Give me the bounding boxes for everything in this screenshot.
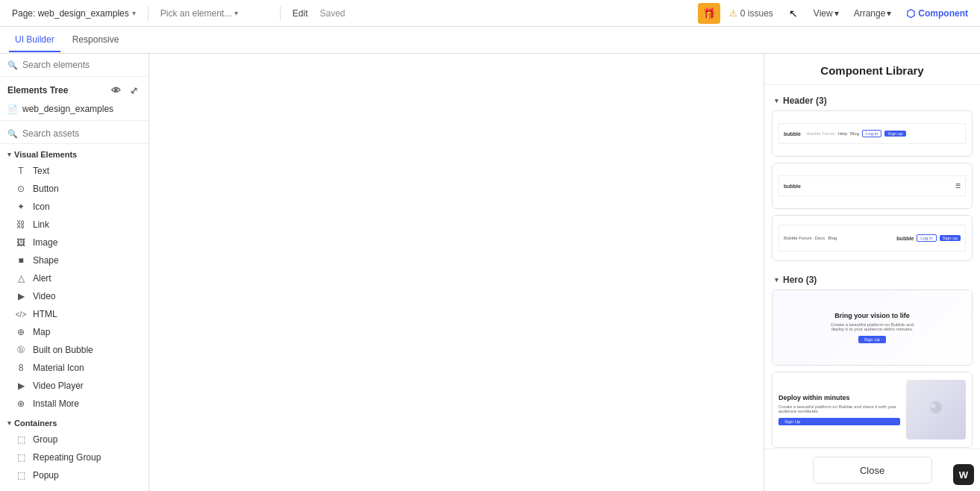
- eye-icon[interactable]: 👁: [108, 83, 123, 98]
- issues-label: 0 issues: [740, 8, 773, 19]
- page-selector[interactable]: Page: web_design_examples ▾: [6, 5, 142, 22]
- file-icon: 📄: [7, 104, 18, 114]
- view-button[interactable]: View ▾: [808, 5, 845, 22]
- group-icon: ⬚: [15, 434, 27, 445]
- element-item-icon[interactable]: ✦ Icon: [0, 198, 149, 216]
- search-assets-input[interactable]: [22, 128, 141, 139]
- hero-card-2[interactable]: Deploy within minutes Create a beautiful…: [772, 372, 973, 448]
- mini-header-3-top: Bubble Forum Docs Blog bubble Log in Sig…: [779, 231, 965, 245]
- component-library-footer: Close: [764, 448, 980, 491]
- mini-logo-1: bubble: [784, 131, 801, 137]
- canvas-inner: [149, 54, 764, 491]
- canvas-area: [149, 54, 764, 491]
- edit-button[interactable]: Edit: [287, 5, 314, 22]
- header-card-2[interactable]: bubble ☰: [772, 163, 973, 209]
- tab-responsive[interactable]: Responsive: [66, 28, 125, 52]
- arrange-label: Arrange: [854, 8, 886, 19]
- element-selector[interactable]: Pick an element... ▾: [155, 5, 274, 22]
- material-icon-icon: 8: [15, 363, 27, 373]
- containers-label: Containers: [14, 419, 57, 428]
- html-icon: </>: [15, 310, 27, 319]
- element-item-html[interactable]: </> HTML: [0, 305, 149, 323]
- element-item-button[interactable]: ⊙ Button: [0, 180, 149, 198]
- containers-section-header[interactable]: ▾ Containers: [0, 413, 149, 431]
- element-label-button: Button: [33, 184, 59, 194]
- element-label-shape: Shape: [33, 255, 59, 266]
- header-section-header[interactable]: ▾ Header (3): [772, 91, 973, 110]
- element-label-install-more: Install More: [33, 398, 79, 409]
- mini-signup-btn-2: Sign up: [940, 235, 961, 241]
- component-label: Component: [918, 8, 968, 19]
- mini-login-btn-2: Log in: [917, 234, 936, 242]
- hero-card-2-content: Deploy within minutes Create a beautiful…: [773, 372, 972, 447]
- video-icon: ▶: [15, 291, 27, 301]
- hero-section-header[interactable]: ▾ Hero (3): [772, 270, 973, 290]
- search-assets-box: 🔍: [0, 124, 149, 144]
- element-item-map[interactable]: ⊕ Map: [0, 323, 149, 341]
- repeating-group-icon: ⬚: [15, 452, 27, 463]
- hero-card-2-subtitle: Create a beautiful platform on Bubble an…: [778, 404, 900, 413]
- expand-icon[interactable]: ⤢: [126, 83, 141, 98]
- mini-header-2: bubble ☰: [778, 175, 966, 196]
- element-item-video-player[interactable]: ▶ Video Player: [0, 377, 149, 395]
- element-label-map: Map: [33, 327, 50, 337]
- header-card-3[interactable]: Bubble Forum Docs Blog bubble Log in Sig…: [772, 215, 973, 261]
- tab-ui-builder[interactable]: UI Builder: [9, 28, 60, 52]
- elements-tree-header: Elements Tree 👁 ⤢: [0, 77, 149, 101]
- issues-button[interactable]: ⚠ 0 issues: [723, 5, 779, 22]
- header-section-label: Header (3): [783, 96, 827, 106]
- icon-icon: ✦: [15, 201, 27, 212]
- gift-icon-button[interactable]: 🎁: [698, 3, 720, 24]
- arrange-button[interactable]: Arrange ▾: [848, 5, 898, 22]
- hero-section-label: Hero (3): [783, 275, 817, 285]
- element-label-video-player: Video Player: [33, 381, 84, 391]
- element-label-alert: Alert: [33, 273, 52, 284]
- mini-hamburger-icon: ☰: [955, 183, 961, 190]
- search-elements-input[interactable]: [22, 60, 141, 70]
- element-label-repeating-group: Repeating Group: [33, 452, 101, 463]
- element-item-popup[interactable]: ⬚ Popup: [0, 466, 149, 484]
- hero-section-chevron-icon: ▾: [775, 276, 778, 284]
- element-item-video[interactable]: ▶ Video: [0, 287, 149, 305]
- sub-topbar: UI Builder Responsive: [0, 27, 980, 54]
- left-panel: 🔍 Elements Tree 👁 ⤢ 📄 web_design_example…: [0, 54, 149, 491]
- element-label-icon: Icon: [33, 201, 50, 212]
- mini-login-btn: Log in: [862, 130, 881, 137]
- element-label-image: Image: [33, 237, 57, 248]
- element-item-repeating-group[interactable]: ⬚ Repeating Group: [0, 448, 149, 466]
- button-icon: ⊙: [15, 184, 27, 194]
- mini-signup-btn: Sign up: [884, 131, 905, 137]
- element-item-link[interactable]: ⛓ Link: [0, 216, 149, 234]
- topbar: Page: web_design_examples ▾ Pick an elem…: [0, 0, 980, 27]
- hero-card-2-preview: Deploy within minutes Create a beautiful…: [773, 372, 972, 447]
- component-cube-icon: ⬡: [906, 7, 915, 19]
- visual-elements-section-header[interactable]: ▾ Visual Elements: [0, 144, 149, 162]
- element-label-material-icon: Material Icon: [33, 363, 84, 373]
- search-elements-box: 🔍: [0, 54, 149, 77]
- element-item-group[interactable]: ⬚ Group: [0, 431, 149, 448]
- element-item-install-more[interactable]: ⊕ Install More: [0, 395, 149, 413]
- hero-card-1[interactable]: Bring your vision to life Create a beaut…: [772, 290, 973, 366]
- tree-file-item[interactable]: 📄 web_design_examples: [0, 101, 149, 117]
- topbar-divider-1: [148, 6, 149, 21]
- saved-status: Saved: [316, 5, 348, 22]
- pointer-icon-button[interactable]: ↖: [782, 3, 805, 24]
- header-card-1[interactable]: bubble Bubble Forum Help Blog Log in Sig…: [772, 110, 973, 157]
- close-button[interactable]: Close: [813, 457, 932, 484]
- shape-icon: ■: [15, 255, 27, 266]
- element-item-alert[interactable]: △ Alert: [0, 269, 149, 287]
- element-item-text[interactable]: T Text: [0, 162, 149, 180]
- element-item-material-icon[interactable]: 8 Material Icon: [0, 359, 149, 377]
- arrange-chevron-icon: ▾: [887, 8, 891, 19]
- containers-chevron-icon: ▾: [7, 419, 11, 427]
- mini-header-1: bubble Bubble Forum Help Blog Log in Sig…: [778, 123, 966, 144]
- element-item-image[interactable]: 🖼 Image: [0, 234, 149, 251]
- hero-card-1-preview: Bring your vision to life Create a beaut…: [773, 290, 972, 365]
- component-button[interactable]: ⬡ Component: [900, 4, 974, 22]
- mini-logo-3: bubble: [896, 236, 914, 241]
- element-item-built-on-bubble[interactable]: ⓑ Built on Bubble: [0, 341, 149, 359]
- link-icon: ⛓: [15, 219, 27, 230]
- page-label: Page: web_design_examples: [12, 8, 129, 19]
- search-assets-icon: 🔍: [7, 129, 18, 139]
- element-item-shape[interactable]: ■ Shape: [0, 251, 149, 269]
